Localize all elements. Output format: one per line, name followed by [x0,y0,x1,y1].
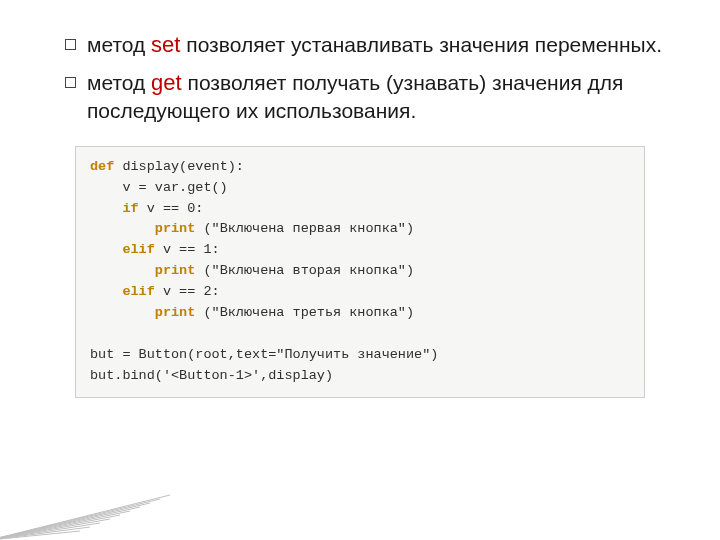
code-text: ("Включена вторая кнопка") [195,263,414,278]
list-item: метод get позволяет получать (узнавать) … [65,68,675,126]
code-text: v == 2: [155,284,220,299]
list-item: метод set позволяет устанавливать значен… [65,30,675,60]
code-text: ("Включена первая кнопка") [195,221,414,236]
bullet-text-pre: метод [87,71,151,94]
code-text: v == 0: [139,201,204,216]
svg-line-2 [0,503,150,540]
svg-line-0 [0,495,170,540]
code-text: v = var.get() [90,180,228,195]
code-text: v == 1: [155,242,220,257]
code-text: display(event): [114,159,244,174]
keyword-get: get [151,70,182,95]
svg-line-7 [0,523,100,540]
svg-line-8 [0,527,90,540]
bullet-text-post: позволяет устанавливать значения перемен… [180,33,662,56]
code-text: but = Button(root,text="Получить значени… [90,347,438,362]
svg-line-1 [0,499,160,540]
code-kw: if [122,201,138,216]
code-kw: def [90,159,114,174]
code-block: def display(event): v = var.get() if v =… [75,146,645,398]
svg-line-4 [0,511,130,540]
code-kw: print [155,305,196,320]
code-kw: elif [122,242,154,257]
svg-line-9 [0,531,80,540]
corner-decoration [0,485,170,540]
code-kw: print [155,263,196,278]
code-text: ("Включена третья кнопка") [195,305,414,320]
bullet-text-pre: метод [87,33,151,56]
bullet-list: метод set позволяет устанавливать значен… [45,30,675,126]
slide-content: метод set позволяет устанавливать значен… [0,0,720,398]
svg-line-3 [0,507,140,540]
svg-line-6 [0,519,110,540]
keyword-set: set [151,32,180,57]
svg-line-5 [0,515,120,540]
code-kw: print [155,221,196,236]
code-kw: elif [122,284,154,299]
code-text: but.bind('<Button-1>',display) [90,368,333,383]
